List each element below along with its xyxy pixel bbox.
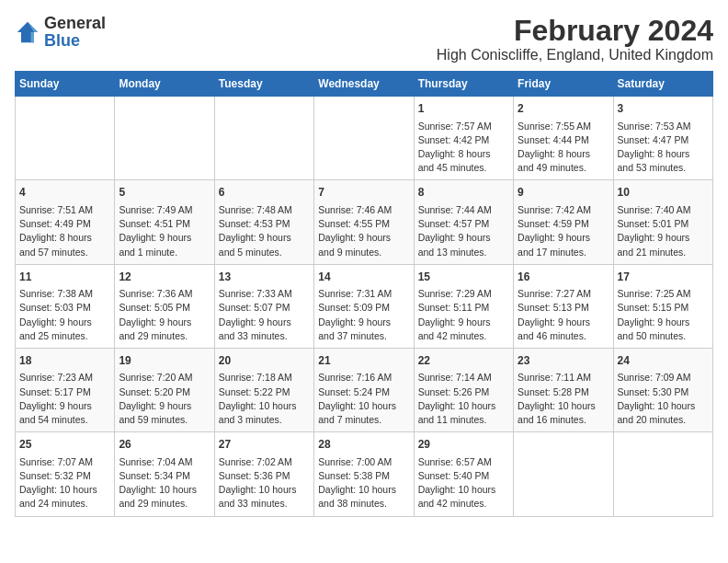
- weekday-header: Wednesday: [314, 72, 414, 97]
- calendar-table: SundayMondayTuesdayWednesdayThursdayFrid…: [15, 71, 713, 516]
- calendar-body: 1Sunrise: 7:57 AM Sunset: 4:42 PM Daylig…: [16, 97, 713, 516]
- calendar-cell: 3Sunrise: 7:53 AM Sunset: 4:47 PM Daylig…: [613, 97, 712, 180]
- day-info: Sunrise: 7:48 AM Sunset: 4:53 PM Dayligh…: [219, 203, 310, 259]
- day-info: Sunrise: 7:11 AM Sunset: 5:28 PM Dayligh…: [518, 371, 609, 427]
- calendar-cell: [214, 97, 313, 180]
- day-number: 4: [19, 185, 110, 201]
- title-section: February 2024 High Coniscliffe, England,…: [437, 15, 713, 63]
- day-number: 21: [318, 353, 409, 369]
- day-info: Sunrise: 7:57 AM Sunset: 4:42 PM Dayligh…: [418, 120, 509, 176]
- day-info: Sunrise: 7:16 AM Sunset: 5:24 PM Dayligh…: [318, 371, 409, 427]
- day-number: 11: [19, 270, 110, 285]
- calendar-cell: 12Sunrise: 7:36 AM Sunset: 5:05 PM Dayli…: [115, 264, 214, 348]
- day-info: Sunrise: 7:25 AM Sunset: 5:15 PM Dayligh…: [618, 287, 709, 343]
- day-info: Sunrise: 7:38 AM Sunset: 5:03 PM Dayligh…: [19, 287, 110, 343]
- calendar-cell: 9Sunrise: 7:42 AM Sunset: 4:59 PM Daylig…: [514, 180, 613, 264]
- weekday-header: Sunday: [16, 72, 115, 97]
- day-number: 14: [318, 270, 409, 285]
- day-number: 27: [219, 437, 310, 453]
- logo-icon: [15, 19, 40, 45]
- calendar-cell: [16, 97, 115, 180]
- calendar-cell: 11Sunrise: 7:38 AM Sunset: 5:03 PM Dayli…: [16, 264, 115, 348]
- calendar-cell: 18Sunrise: 7:23 AM Sunset: 5:17 PM Dayli…: [16, 348, 115, 431]
- day-number: 20: [219, 353, 310, 369]
- day-info: Sunrise: 7:49 AM Sunset: 4:51 PM Dayligh…: [119, 203, 210, 259]
- day-number: 19: [119, 353, 210, 369]
- header: General Blue February 2024 High Coniscli…: [15, 15, 713, 63]
- calendar-cell: 2Sunrise: 7:55 AM Sunset: 4:44 PM Daylig…: [514, 97, 613, 180]
- day-info: Sunrise: 7:40 AM Sunset: 5:01 PM Dayligh…: [618, 203, 709, 259]
- day-info: Sunrise: 7:02 AM Sunset: 5:36 PM Dayligh…: [219, 455, 310, 511]
- calendar-cell: 7Sunrise: 7:46 AM Sunset: 4:55 PM Daylig…: [314, 180, 414, 264]
- calendar-cell: [115, 97, 214, 180]
- calendar-cell: 17Sunrise: 7:25 AM Sunset: 5:15 PM Dayli…: [613, 264, 712, 348]
- day-number: 24: [618, 353, 709, 369]
- day-number: 15: [418, 270, 509, 285]
- day-number: 28: [318, 437, 409, 453]
- calendar-header: SundayMondayTuesdayWednesdayThursdayFrid…: [16, 72, 713, 97]
- day-info: Sunrise: 7:29 AM Sunset: 5:11 PM Dayligh…: [418, 287, 509, 343]
- day-number: 22: [418, 353, 509, 369]
- calendar-cell: 15Sunrise: 7:29 AM Sunset: 5:11 PM Dayli…: [414, 264, 513, 348]
- day-number: 13: [219, 270, 310, 285]
- calendar-cell: 14Sunrise: 7:31 AM Sunset: 5:09 PM Dayli…: [314, 264, 414, 348]
- weekday-header: Friday: [514, 72, 613, 97]
- day-info: Sunrise: 7:33 AM Sunset: 5:07 PM Dayligh…: [219, 287, 310, 343]
- calendar-cell: 23Sunrise: 7:11 AM Sunset: 5:28 PM Dayli…: [514, 348, 613, 431]
- weekday-header: Saturday: [613, 72, 712, 97]
- day-number: 26: [119, 437, 210, 453]
- day-number: 1: [418, 101, 509, 117]
- day-number: 29: [418, 437, 509, 453]
- calendar-cell: 13Sunrise: 7:33 AM Sunset: 5:07 PM Dayli…: [214, 264, 313, 348]
- calendar-title: February 2024: [437, 15, 713, 47]
- calendar-cell: 8Sunrise: 7:44 AM Sunset: 4:57 PM Daylig…: [414, 180, 513, 264]
- day-info: Sunrise: 7:04 AM Sunset: 5:34 PM Dayligh…: [119, 455, 210, 511]
- calendar-cell: [613, 432, 712, 516]
- day-number: 2: [518, 101, 609, 117]
- weekday-row: SundayMondayTuesdayWednesdayThursdayFrid…: [16, 72, 713, 97]
- day-info: Sunrise: 7:42 AM Sunset: 4:59 PM Dayligh…: [518, 203, 609, 259]
- calendar-week-row: 4Sunrise: 7:51 AM Sunset: 4:49 PM Daylig…: [16, 180, 713, 264]
- weekday-header: Thursday: [414, 72, 513, 97]
- day-info: Sunrise: 7:51 AM Sunset: 4:49 PM Dayligh…: [19, 203, 110, 259]
- calendar-cell: 6Sunrise: 7:48 AM Sunset: 4:53 PM Daylig…: [214, 180, 313, 264]
- day-number: 12: [119, 270, 210, 285]
- day-info: Sunrise: 7:07 AM Sunset: 5:32 PM Dayligh…: [19, 455, 110, 511]
- calendar-cell: 24Sunrise: 7:09 AM Sunset: 5:30 PM Dayli…: [613, 348, 712, 431]
- logo-general: General: [44, 14, 106, 32]
- weekday-header: Tuesday: [214, 72, 313, 97]
- calendar-cell: [314, 97, 414, 180]
- day-info: Sunrise: 7:20 AM Sunset: 5:20 PM Dayligh…: [119, 371, 210, 427]
- day-number: 3: [618, 101, 709, 117]
- calendar-cell: 4Sunrise: 7:51 AM Sunset: 4:49 PM Daylig…: [16, 180, 115, 264]
- logo-text: General Blue: [44, 15, 106, 50]
- day-info: Sunrise: 7:53 AM Sunset: 4:47 PM Dayligh…: [618, 120, 709, 176]
- day-info: Sunrise: 7:09 AM Sunset: 5:30 PM Dayligh…: [618, 371, 709, 427]
- calendar-cell: 5Sunrise: 7:49 AM Sunset: 4:51 PM Daylig…: [115, 180, 214, 264]
- day-number: 7: [318, 185, 409, 201]
- day-number: 17: [618, 270, 709, 285]
- calendar-subtitle: High Coniscliffe, England, United Kingdo…: [437, 47, 713, 63]
- calendar-week-row: 18Sunrise: 7:23 AM Sunset: 5:17 PM Dayli…: [16, 348, 713, 431]
- day-number: 5: [119, 185, 210, 201]
- day-number: 6: [219, 185, 310, 201]
- logo-blue: Blue: [44, 31, 80, 50]
- calendar-cell: 22Sunrise: 7:14 AM Sunset: 5:26 PM Dayli…: [414, 348, 513, 431]
- calendar-week-row: 25Sunrise: 7:07 AM Sunset: 5:32 PM Dayli…: [16, 432, 713, 516]
- calendar-cell: 19Sunrise: 7:20 AM Sunset: 5:20 PM Dayli…: [115, 348, 214, 431]
- calendar-week-row: 11Sunrise: 7:38 AM Sunset: 5:03 PM Dayli…: [16, 264, 713, 348]
- day-info: Sunrise: 7:55 AM Sunset: 4:44 PM Dayligh…: [518, 120, 609, 176]
- day-info: Sunrise: 7:18 AM Sunset: 5:22 PM Dayligh…: [219, 371, 310, 427]
- calendar-cell: 25Sunrise: 7:07 AM Sunset: 5:32 PM Dayli…: [16, 432, 115, 516]
- calendar-cell: 16Sunrise: 7:27 AM Sunset: 5:13 PM Dayli…: [514, 264, 613, 348]
- calendar-cell: 10Sunrise: 7:40 AM Sunset: 5:01 PM Dayli…: [613, 180, 712, 264]
- day-number: 18: [19, 353, 110, 369]
- day-info: Sunrise: 7:14 AM Sunset: 5:26 PM Dayligh…: [418, 371, 509, 427]
- day-info: Sunrise: 7:31 AM Sunset: 5:09 PM Dayligh…: [318, 287, 409, 343]
- calendar-cell: 1Sunrise: 7:57 AM Sunset: 4:42 PM Daylig…: [414, 97, 513, 180]
- day-number: 16: [518, 270, 609, 285]
- calendar-week-row: 1Sunrise: 7:57 AM Sunset: 4:42 PM Daylig…: [16, 97, 713, 180]
- weekday-header: Monday: [115, 72, 214, 97]
- day-info: Sunrise: 7:23 AM Sunset: 5:17 PM Dayligh…: [19, 371, 110, 427]
- calendar-cell: 29Sunrise: 6:57 AM Sunset: 5:40 PM Dayli…: [414, 432, 513, 516]
